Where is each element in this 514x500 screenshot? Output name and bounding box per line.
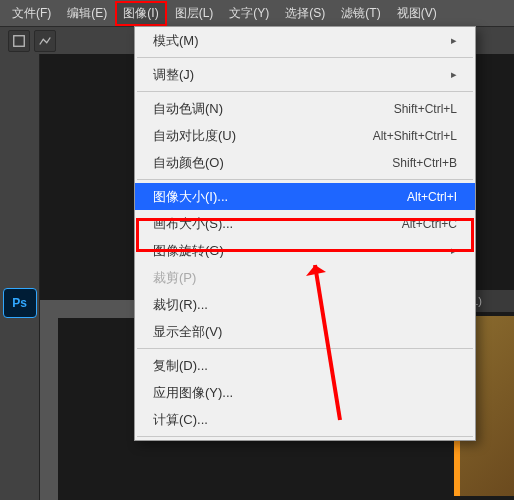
- separator: [137, 91, 473, 92]
- menu-item-trim[interactable]: 裁切(R)...: [135, 291, 475, 318]
- menu-item-adjustments[interactable]: 调整(J): [135, 61, 475, 88]
- menu-item-crop: 裁剪(P): [135, 264, 475, 291]
- menu-item-auto-tone[interactable]: 自动色调(N)Shift+Ctrl+L: [135, 95, 475, 122]
- menu-item-reveal-all[interactable]: 显示全部(V): [135, 318, 475, 345]
- separator: [137, 179, 473, 180]
- menu-item-duplicate[interactable]: 复制(D)...: [135, 352, 475, 379]
- menu-item-canvas-size[interactable]: 画布大小(S)...Alt+Ctrl+C: [135, 210, 475, 237]
- menu-item-calculations[interactable]: 计算(C)...: [135, 406, 475, 433]
- menu-item-mode[interactable]: 模式(M): [135, 27, 475, 54]
- menu-item-auto-color[interactable]: 自动颜色(O)Shift+Ctrl+B: [135, 149, 475, 176]
- menu-view[interactable]: 视图(V): [389, 1, 445, 26]
- tool-option-1[interactable]: [8, 30, 30, 52]
- menu-text[interactable]: 文字(Y): [221, 1, 277, 26]
- menu-edit[interactable]: 编辑(E): [59, 1, 115, 26]
- ps-logo-icon: Ps: [3, 288, 37, 318]
- menubar: 文件(F) 编辑(E) 图像(I) 图层(L) 文字(Y) 选择(S) 滤镜(T…: [0, 0, 514, 26]
- menu-filter[interactable]: 滤镜(T): [333, 1, 388, 26]
- tools-panel: Ps: [0, 54, 40, 500]
- separator: [137, 57, 473, 58]
- svg-rect-0: [14, 35, 25, 46]
- menu-file[interactable]: 文件(F): [4, 1, 59, 26]
- separator: [137, 436, 473, 437]
- menu-item-apply-image[interactable]: 应用图像(Y)...: [135, 379, 475, 406]
- menu-image[interactable]: 图像(I): [115, 1, 166, 26]
- menu-item-image-size[interactable]: 图像大小(I)...Alt+Ctrl+I: [135, 183, 475, 210]
- menu-layer[interactable]: 图层(L): [167, 1, 222, 26]
- image-menu-dropdown: 模式(M) 调整(J) 自动色调(N)Shift+Ctrl+L 自动对比度(U)…: [134, 26, 476, 441]
- menu-item-auto-contrast[interactable]: 自动对比度(U)Alt+Shift+Ctrl+L: [135, 122, 475, 149]
- separator: [137, 348, 473, 349]
- tool-option-2[interactable]: [34, 30, 56, 52]
- menu-item-image-rotation[interactable]: 图像旋转(G): [135, 237, 475, 264]
- menu-select[interactable]: 选择(S): [277, 1, 333, 26]
- ruler-vertical: [40, 300, 58, 500]
